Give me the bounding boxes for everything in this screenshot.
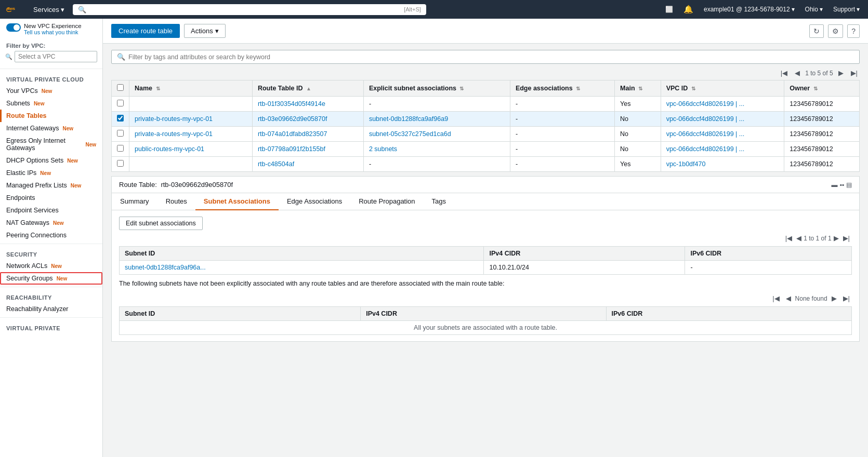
none-first-btn[interactable]: |◀ <box>770 293 781 303</box>
none-last-btn[interactable]: ▶| <box>841 293 852 303</box>
route-id-link[interactable]: rtb-074a01dfabd823507 <box>258 130 327 138</box>
sidebar-section-virtual-private: VIRTUAL PRIVATE <box>0 320 102 333</box>
vpc-id-link[interactable]: vpc-066dccf4d8026199 | ... <box>666 145 745 153</box>
sub-table-last-btn[interactable]: ▶| <box>841 233 852 243</box>
sidebar-item-endpoints[interactable]: Endpoints <box>0 192 102 204</box>
row-explicit-subnet: subnet-05c327c275ed1ca6d <box>363 127 510 142</box>
sidebar-item-endpoint-services[interactable]: Endpoint Services <box>0 204 102 217</box>
services-nav[interactable]: Services ▾ <box>29 4 69 16</box>
sidebar-item-peering[interactable]: Peering Connections <box>0 229 102 241</box>
detail-view-icon-1[interactable]: ▬ <box>831 181 837 189</box>
sidebar-item-subnets[interactable]: SubnetsNew <box>0 97 102 110</box>
tab-route-propagation[interactable]: Route Propagation <box>350 193 423 210</box>
actions-button[interactable]: Actions ▾ <box>184 24 226 38</box>
detail-view-icon-2[interactable]: ▪▪ <box>839 181 844 189</box>
sidebar-item-security-groups[interactable]: Security GroupsNew <box>0 272 102 285</box>
vpc-id-link[interactable]: vpc-066dccf4d8026199 | ... <box>666 130 745 138</box>
sub-table-prev-btn[interactable]: ◀ <box>794 233 804 243</box>
sidebar-item-reachability[interactable]: Reachability Analyzer <box>0 303 102 315</box>
route-id-link[interactable]: rtb-07798a091f2b155bf <box>258 145 325 153</box>
help-button[interactable]: ? <box>847 24 860 38</box>
table-row[interactable]: private-a-routes-my-vpc-01 rtb-074a01dfa… <box>112 127 860 142</box>
nav-support[interactable]: Support ▾ <box>831 5 862 14</box>
row-checkbox[interactable] <box>117 145 124 152</box>
row-main: Yes <box>615 157 661 172</box>
filter-vpc-input[interactable] <box>15 51 97 62</box>
row-checkbox[interactable] <box>117 130 124 137</box>
region-chevron: ▾ <box>820 6 823 13</box>
tab-routes[interactable]: Routes <box>157 193 195 210</box>
tab-edge-associations[interactable]: Edge Associations <box>279 193 350 210</box>
vpc-id-link[interactable]: vpc-066dccf4d8026199 | ... <box>666 100 745 107</box>
nav-region[interactable]: Ohio ▾ <box>803 5 825 14</box>
filter-bar-input[interactable] <box>128 53 854 61</box>
row-checkbox[interactable] <box>117 160 124 167</box>
create-route-table-button[interactable]: Create route table <box>111 24 180 38</box>
table-first-btn[interactable]: |◀ <box>779 68 790 78</box>
nav-account[interactable]: example01 @ 1234-5678-9012 ▾ <box>702 5 797 14</box>
nav-right: ⬜ 🔔 example01 @ 1234-5678-9012 ▾ Ohio ▾ … <box>663 4 862 15</box>
sidebar-item-elastic-ips[interactable]: Elastic IPsNew <box>0 167 102 179</box>
filter-search-icon: 🔍 <box>5 53 12 60</box>
filter-bar[interactable]: 🔍 <box>111 50 860 64</box>
sub-table-first-btn[interactable]: |◀ <box>783 233 794 243</box>
sidebar-item-your-vpcs[interactable]: Your VPCsNew <box>0 85 102 97</box>
tab-subnet-associations[interactable]: Subnet Associations <box>195 193 279 210</box>
search-shortcut: [Alt+S] <box>404 6 421 12</box>
tab-summary[interactable]: Summary <box>112 193 157 210</box>
nav-bell[interactable]: 🔔 <box>681 4 695 15</box>
sidebar: New VPC Experience Tell us what you thin… <box>0 19 103 457</box>
row-edge-assoc: - <box>510 112 614 127</box>
sidebar-item-prefix-lists[interactable]: Managed Prefix ListsNew <box>0 179 102 192</box>
row-checkbox[interactable] <box>117 100 124 106</box>
row-edge-assoc: - <box>510 142 614 157</box>
th-owner: Owner ⇅ <box>784 80 860 97</box>
sidebar-item-dhcp[interactable]: DHCP Options SetsNew <box>0 154 102 167</box>
detail-view-icon-3[interactable]: ▤ <box>846 181 852 189</box>
account-chevron: ▾ <box>792 6 795 13</box>
none-prev-btn[interactable]: ◀ <box>784 293 793 303</box>
explicit-subnet-link[interactable]: 2 subnets <box>369 145 397 153</box>
vpc-id-link[interactable]: vpc-066dccf4d8026199 | ... <box>666 115 745 123</box>
nav-screen-icon[interactable]: ⬜ <box>663 5 675 14</box>
row-name-link[interactable]: private-a-routes-my-vpc-01 <box>135 130 213 138</box>
sidebar-item-egress-gateways[interactable]: Egress Only Internet GatewaysNew <box>0 135 102 154</box>
sidebar-item-internet-gateways[interactable]: Internet GatewaysNew <box>0 122 102 135</box>
table-row[interactable]: private-b-routes-my-vpc-01 rtb-03e09662d… <box>112 112 860 127</box>
table-row[interactable]: rtb-01f30354d05f4914e - - Yes vpc-066dcc… <box>112 97 860 112</box>
row-name-link[interactable]: private-b-routes-my-vpc-01 <box>135 115 213 123</box>
tab-tags[interactable]: Tags <box>424 193 454 210</box>
row-name-link[interactable]: public-routes-my-vpc-01 <box>135 145 204 153</box>
route-id-link[interactable]: rtb-c48504af <box>258 160 294 168</box>
search-input[interactable] <box>89 6 401 14</box>
search-icon: 🔍 <box>78 6 86 14</box>
vpc-id-link[interactable]: vpc-1b0df470 <box>666 160 706 168</box>
search-bar[interactable]: 🔍 [Alt+S] <box>73 4 426 15</box>
subnet-id-link[interactable]: subnet-0db1288fca9af96a... <box>125 264 206 271</box>
sidebar-item-route-tables[interactable]: Route Tables <box>0 110 102 122</box>
sidebar-item-network-acls[interactable]: Network ACLsNew <box>0 260 102 272</box>
refresh-button[interactable]: ↻ <box>809 24 824 38</box>
table-last-btn[interactable]: ▶| <box>849 68 860 78</box>
row-checkbox[interactable] <box>117 115 124 122</box>
table-prev-btn[interactable]: ◀ <box>793 68 802 78</box>
route-id-link[interactable]: rtb-03e09662d9e05870f <box>258 115 327 123</box>
explicit-subnet-link[interactable]: subnet-0db1288fca9af96a9 <box>369 115 448 123</box>
route-id-link[interactable]: rtb-01f30354d05f4914e <box>258 100 325 107</box>
select-all-checkbox[interactable] <box>117 84 124 91</box>
vpc-toggle[interactable] <box>6 23 21 32</box>
table-next-btn[interactable]: ▶ <box>836 68 846 78</box>
none-next-btn[interactable]: ▶ <box>830 293 839 303</box>
sidebar-item-nat-gateways[interactable]: NAT GatewaysNew <box>0 217 102 229</box>
settings-button[interactable]: ⚙ <box>828 24 843 38</box>
route-table-id-value: rtb-03e09662d9e05870f <box>161 181 233 189</box>
table-row[interactable]: public-routes-my-vpc-01 rtb-07798a091f2b… <box>112 142 860 157</box>
table-row[interactable]: rtb-c48504af - - Yes vpc-1b0df470 123456… <box>112 157 860 172</box>
vpc-experience-link[interactable]: Tell us what you think <box>24 29 82 35</box>
help-icon: ? <box>851 27 856 35</box>
edit-subnet-associations-button[interactable]: Edit subnet associations <box>119 217 203 230</box>
row-route-table-id: rtb-01f30354d05f4914e <box>252 97 363 112</box>
sub-table-next-btn[interactable]: ▶ <box>832 233 841 243</box>
explicit-subnet-link[interactable]: subnet-05c327c275ed1ca6d <box>369 130 451 138</box>
row-name: private-a-routes-my-vpc-01 <box>129 127 253 142</box>
